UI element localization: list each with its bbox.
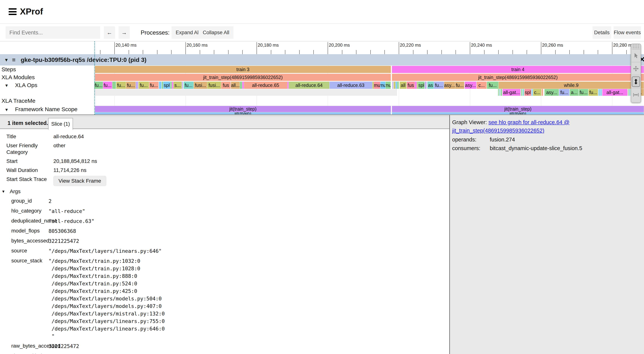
trace-event[interactable] [372,82,374,89]
trace-event[interactable]: spl [524,89,531,96]
selection-tool[interactable] [631,49,640,62]
trace-event[interactable]: fu... [184,82,194,89]
view-stack-frame-button[interactable]: View Stack Frame [54,176,106,186]
trace-event[interactable] [136,82,138,89]
trace-event[interactable]: mu [380,82,386,89]
trace-event[interactable]: all-gat... [602,89,628,96]
trace-event[interactable]: asy... [465,82,476,89]
trace-event[interactable]: c... [533,89,542,96]
trace-event[interactable]: all-reduce.64 [289,82,330,89]
trace-event[interactable]: jit_train_step(4869159985936022652) [95,74,391,81]
trace-event[interactable] [600,89,602,96]
args-collapse-icon[interactable]: ▼ [2,190,5,194]
trace-event[interactable] [397,82,399,89]
trace-event[interactable] [170,82,172,89]
trace-event[interactable]: fu... [126,82,136,89]
device-menu-icon[interactable]: ≡ [12,54,16,66]
detail-label: source_stack [0,257,48,264]
trace-event[interactable]: train 3 [95,66,391,73]
trace-event[interactable]: train 4 [392,66,644,73]
trace-event[interactable]: asy... [444,82,455,89]
trace-event[interactable]: fu... [579,89,588,96]
trace-event[interactable]: fusi... [207,82,221,89]
next-event-button[interactable]: → [118,26,130,39]
trace-event[interactable] [172,82,174,89]
trace-event[interactable]: a... [570,89,579,96]
trace-event[interactable] [598,89,600,96]
trace-event[interactable] [628,89,629,96]
trace-event[interactable]: all-reduce.63 [330,82,372,89]
trace-event[interactable]: asy... [544,89,559,96]
trace-event[interactable]: fusi... [194,82,207,89]
zoom-vertical-tool[interactable] [631,75,640,88]
trace-event[interactable] [415,82,417,89]
trace-event[interactable] [501,89,502,96]
trace-event[interactable] [159,82,162,89]
trace-event[interactable]: fu... [487,82,498,89]
palette-drag-handle[interactable] [632,44,640,49]
trace-event[interactable]: fu... [455,82,464,89]
menu-icon[interactable] [9,8,16,15]
trace-event[interactable] [392,82,394,89]
trace-event[interactable]: all... [231,82,240,89]
trace-event[interactable] [498,89,499,96]
trace-event[interactable]: fu... [103,82,112,89]
collapse-all-button[interactable]: Collapse All [198,26,234,39]
trace-event[interactable]: c... [476,82,487,89]
find-events-input[interactable] [6,26,100,39]
trace-event[interactable]: mu [386,82,391,89]
ruler-minor-tick [456,50,456,54]
ruler-minor-tick [228,50,228,54]
trace-event[interactable]: mu [374,82,380,89]
trace-event[interactable]: all-reduce.65 [244,82,288,89]
trace-event[interactable]: fu... [559,89,570,96]
trace-event[interactable] [522,89,524,96]
pan-tool[interactable] [631,62,640,75]
trace-event[interactable]: s... [174,82,182,89]
hlo-graph-link[interactable]: see hlo graph for all-reduce.64 @ [488,119,570,125]
trace-event[interactable] [182,82,183,89]
prev-event-button[interactable]: ← [104,26,115,39]
trace-event[interactable]: fus [407,82,415,89]
trace-event[interactable]: while.9 [498,82,644,89]
details-button[interactable]: Details [592,26,611,39]
ruler-minor-tick [171,50,172,54]
hlo-graph-link-line2[interactable]: jit_train_step(4869159985936022652) [452,128,544,134]
timing-selection-tool[interactable] [631,88,640,101]
flow-events-button[interactable]: Flow events [614,26,641,39]
trace-event[interactable] [542,89,543,96]
trace-event[interactable] [242,82,244,89]
trace-event[interactable] [629,89,630,96]
tab-slice[interactable]: Slice (1) [48,118,73,130]
args-section-header[interactable]: ▼Args [2,188,449,194]
trace-event[interactable]: fu... [434,82,444,89]
collapse-device-icon[interactable]: ▼ [4,54,9,66]
trace-event[interactable] [240,82,242,89]
trace-event[interactable] [288,82,289,89]
trace-event[interactable]: fus [221,82,231,89]
trace-event[interactable]: fu... [138,82,149,89]
trace-event[interactable]: spl [163,82,170,89]
trace-event[interactable]: jit_train_step(4869159985936022652) [392,74,644,81]
trace-event[interactable] [417,82,418,89]
trace-event[interactable] [396,82,397,89]
trace-event[interactable]: jit(train_step) [95,106,391,112]
trace-event[interactable]: fu... [588,89,598,96]
trace-event[interactable] [394,82,396,89]
trace-event[interactable]: fu... [149,82,159,89]
device-track-header[interactable]: ▼ ≡ gke-tpu-b309f56b-rq5s /device:TPU:0 … [0,54,644,66]
trace-event[interactable]: as [427,82,434,89]
trace-event[interactable]: jit(train_step) [392,106,644,112]
trace-event[interactable]: fu... [94,82,103,89]
trace-event[interactable] [425,82,427,89]
trace-event[interactable]: fu... [116,82,126,89]
graph-viewer-row: consumers:bitcast_dynamic-update-slice_f… [452,144,642,152]
trace-event[interactable]: all [400,82,407,89]
trace-event[interactable] [521,89,522,96]
trace-event[interactable] [532,89,533,96]
trace-event[interactable] [162,82,163,89]
trace-event[interactable]: spl [418,82,425,89]
trace-event[interactable] [112,82,116,89]
trace-event[interactable]: all-gat... [502,89,520,96]
trace-event[interactable] [499,89,500,96]
